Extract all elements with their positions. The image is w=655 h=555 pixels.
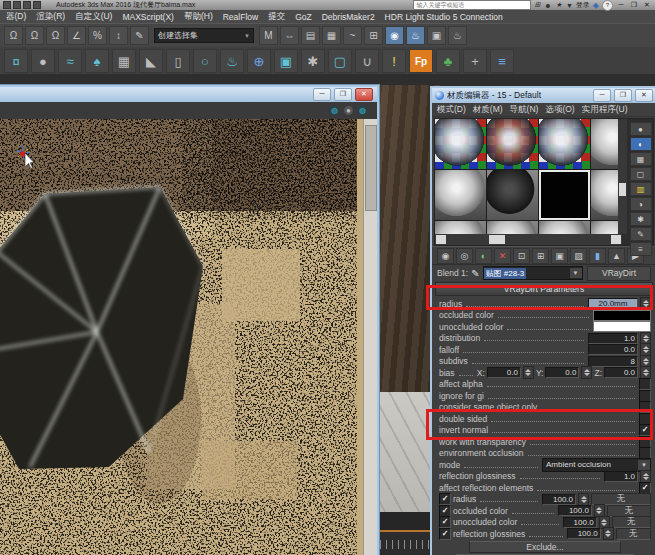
mat-minimize-button[interactable]: ─ (593, 89, 611, 102)
curve-editor-icon[interactable]: ~ (343, 26, 362, 45)
menu-item[interactable]: MAXScript(X) (117, 12, 178, 22)
teapot-tool-icon[interactable]: ♨ (220, 49, 244, 73)
sphere-tool-icon[interactable]: ● (31, 49, 55, 73)
falloff-field[interactable]: 0.0 (588, 344, 638, 355)
material-sample-slot[interactable] (487, 170, 538, 220)
pick-material-icon[interactable]: ✎ (471, 268, 479, 279)
get-material-icon[interactable]: ◉ (437, 248, 454, 264)
material-map-navigator-icon[interactable]: ≡ (630, 242, 652, 256)
bias-z-field[interactable]: 0.0 (604, 367, 638, 378)
put-to-scene-icon[interactable]: ◎ (456, 248, 473, 264)
vraydirt-rollout-header[interactable]: VRayDirt Parameters (435, 282, 653, 296)
sample-horizontal-scrollbar[interactable] (435, 234, 622, 245)
tex-unoccluded-checkbox[interactable]: ✓ (439, 516, 451, 528)
infocenter-dropdown-icon[interactable]: ▼ (566, 2, 573, 9)
affect-alpha-checkbox[interactable] (639, 378, 651, 390)
chevron-down-icon[interactable]: ▼ (570, 268, 582, 278)
unoccluded-color-swatch[interactable] (593, 321, 651, 332)
bias-y-spinner[interactable] (581, 366, 592, 379)
reset-map-icon[interactable]: ✕ (494, 248, 511, 264)
assign-to-selection-icon[interactable]: ◐ (475, 248, 492, 264)
mirror-icon[interactable]: M (259, 26, 278, 45)
material-sample-slot[interactable] (487, 221, 538, 234)
invert-normal-checkbox[interactable]: ✓ (639, 424, 651, 436)
tex-occluded-map-button[interactable]: 无 (607, 505, 651, 517)
quick-access-toolbar[interactable] (3, 1, 41, 9)
open-icon[interactable] (13, 1, 21, 9)
work-with-transparency-checkbox[interactable] (639, 436, 651, 448)
mode-dropdown[interactable]: Ambient occlusion ▼ (542, 458, 651, 472)
snap-toggle-3d-icon[interactable]: Ω (46, 26, 65, 45)
sample-type-icon[interactable]: ● (630, 122, 652, 136)
material-sample-slot[interactable] (539, 119, 590, 169)
layer-manager-icon[interactable]: ▤ (301, 26, 320, 45)
apps-grid-icon[interactable]: ⊞ (534, 1, 540, 9)
menu-item[interactable]: 渲染(R) (31, 11, 70, 23)
faucet-tool-icon[interactable]: ≈ (58, 49, 82, 73)
new-icon[interactable] (3, 1, 11, 9)
bowl-tool-icon[interactable]: ∪ (355, 49, 379, 73)
tex-radius-spinner[interactable] (578, 493, 589, 506)
chevron-down-icon[interactable]: ▼ (638, 460, 650, 470)
vfb-globe-icon[interactable]: ◍ (358, 106, 367, 115)
forest-pack-icon[interactable]: ♣ (436, 49, 460, 73)
tex-glossiness-map-button[interactable]: 无 (616, 528, 651, 540)
edit-named-selection-icon[interactable]: ✎ (130, 26, 149, 45)
bias-x-field[interactable]: 0.0 (487, 367, 521, 378)
trees-tool-icon[interactable]: ♠ (85, 49, 109, 73)
close-button[interactable]: ✕ (642, 1, 652, 9)
minimize-button[interactable]: ─ (616, 1, 626, 9)
scrollbar-thumb[interactable] (489, 235, 505, 244)
knife-tool-icon[interactable]: ◣ (139, 49, 163, 73)
tex-unoccluded-amount[interactable]: 100.0 (563, 517, 597, 528)
radius-spinner[interactable] (640, 297, 651, 310)
render-close-button[interactable]: ✕ (355, 88, 373, 101)
double-sided-checkbox[interactable] (639, 413, 651, 425)
sample-vertical-scrollbar[interactable] (618, 119, 627, 234)
bias-y-field[interactable]: 0.0 (545, 367, 579, 378)
mat-menu-item[interactable]: 实用程序(U) (582, 104, 628, 116)
material-editor-titlebar[interactable]: 材质编辑器 - 15 - Default ─ ❐ ✕ (432, 88, 655, 103)
material-sample-slot[interactable] (539, 221, 590, 234)
tools-icon[interactable]: + (463, 49, 487, 73)
help-icon[interactable]: ? (602, 0, 613, 11)
render-window-titlebar[interactable]: ─ ❐ ✕ (0, 87, 377, 102)
menu-item[interactable]: RealFlow (218, 12, 263, 22)
menu-item[interactable]: 帮助(H) (179, 11, 218, 23)
scroll-right-button[interactable] (611, 235, 621, 244)
material-name-dropdown[interactable]: 贴图 #28-3 ▼ (483, 266, 583, 280)
reflection-glossiness-field[interactable]: 1.0 (604, 471, 638, 482)
box-tool-icon[interactable]: ▢ (328, 49, 352, 73)
menu-item[interactable]: 提交 (263, 11, 290, 23)
menu-item[interactable]: 器(D) (1, 11, 31, 23)
light-tool-icon[interactable]: ¤ (4, 49, 28, 73)
go-to-parent-icon[interactable]: ▲ (608, 248, 625, 264)
tex-unoccluded-map-button[interactable]: 无 (612, 516, 651, 528)
make-preview-icon[interactable]: ◑ (630, 197, 652, 211)
affect-reflection-elements-checkbox[interactable]: ✓ (639, 482, 651, 494)
list-icon[interactable]: ≡ (490, 49, 514, 73)
menu-item[interactable]: HDR Light Studio 5 Connection (380, 12, 508, 22)
ignore-for-gi-checkbox[interactable] (639, 390, 651, 402)
material-id-icon[interactable]: ▣ (551, 248, 568, 264)
camera-tool-icon[interactable]: ▣ (274, 49, 298, 73)
rendered-frame-icon[interactable]: ▣ (427, 26, 446, 45)
tex-occluded-checkbox[interactable]: ✓ (439, 505, 451, 517)
options-icon[interactable]: ✱ (630, 212, 652, 226)
render-production-icon[interactable]: ♨ (448, 26, 467, 45)
target-tool-icon[interactable]: ⊕ (247, 49, 271, 73)
percent-snap-icon[interactable]: % (88, 26, 107, 45)
snap-toggle-2d-icon[interactable]: Ω (4, 26, 23, 45)
make-unique-icon[interactable]: ⊡ (513, 248, 530, 264)
scroll-left-button[interactable] (436, 235, 446, 244)
menu-item[interactable]: DebrisMaker2 (317, 12, 380, 22)
backlight-icon[interactable]: ◐ (630, 137, 652, 151)
material-sample-slot[interactable] (591, 119, 620, 169)
floorgenerator-button[interactable]: Fp (409, 49, 433, 73)
occluded-color-swatch[interactable] (593, 310, 651, 321)
render-minimize-button[interactable]: ─ (313, 88, 331, 101)
mat-close-button[interactable]: ✕ (635, 89, 653, 102)
render-setup-icon[interactable]: ♨ (406, 26, 425, 45)
material-sample-slot-active[interactable] (539, 170, 590, 220)
dolly-tool-icon[interactable]: ✱ (301, 49, 325, 73)
